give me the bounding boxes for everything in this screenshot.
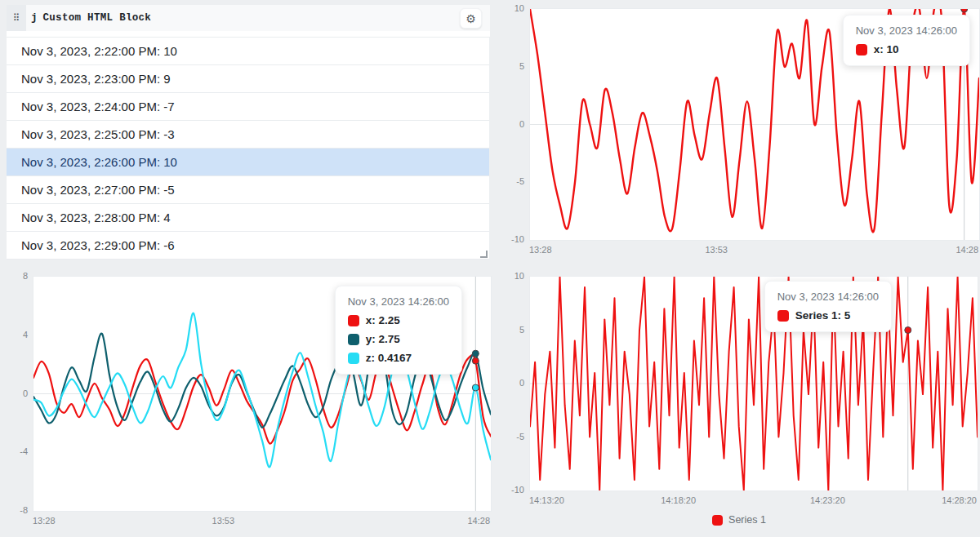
tooltip-value: z: 0.4167 — [366, 352, 412, 364]
y-tick-label: 4 — [23, 329, 28, 340]
hover-marker — [472, 350, 479, 357]
legend-label: Series 1 — [728, 514, 766, 526]
y-tick-label: 8 — [23, 270, 28, 282]
series-color-chip — [348, 334, 359, 345]
drag-handle-icon: ⠿ — [13, 12, 20, 24]
y-tick-label: -10 — [511, 233, 524, 245]
y-tick-label: 10 — [514, 2, 524, 14]
x-tick-label: 14:23:20 — [810, 495, 845, 506]
y-tick-label: -4 — [20, 446, 28, 457]
tooltip-value: y: 2.75 — [366, 333, 400, 345]
hover-marker — [472, 384, 479, 391]
x-tick-label: 14:18:20 — [661, 495, 696, 506]
tooltip-rows: x: 2.25y: 2.75z: 0.4167 — [348, 314, 449, 364]
widget-title-prefix: j — [31, 12, 38, 24]
tooltip-value: Series 1: 5 — [795, 309, 851, 322]
list-item[interactable]: Nov 3, 2023, 2:22:00 PM: 10 — [7, 38, 489, 65]
chart-legend[interactable]: Series 1 — [498, 514, 980, 526]
chart-canvas — [530, 277, 978, 490]
y-tick-label: 5 — [519, 60, 524, 72]
list-item[interactable]: Nov 3, 2023, 2:28:00 PM: 4 — [7, 204, 489, 232]
series-color-chip — [348, 315, 359, 326]
x-tick-label: 14:28 — [467, 515, 490, 526]
chart-tooltip: Nov 3, 2023 14:26:00 x: 2.25y: 2.75z: 0.… — [335, 286, 462, 375]
dashboard: ⠿ j Custom HTML Block ⚙ Nov 3, 2023, 2:2… — [0, 0, 980, 537]
list-item[interactable]: Nov 3, 2023, 2:27:00 PM: -5 — [7, 176, 489, 204]
y-tick-label: -5 — [516, 175, 524, 187]
hover-marker — [472, 357, 479, 364]
chart-tooltip: Nov 3, 2023 14:26:00 Series 1: 5 — [764, 281, 892, 332]
x-tick-label: 13:53 — [705, 244, 728, 255]
tooltip-timestamp: Nov 3, 2023 14:26:00 — [856, 24, 957, 37]
x-tick-label: 13:28 — [33, 515, 56, 526]
y-tick-label: 10 — [514, 270, 524, 282]
list-item[interactable]: Nov 3, 2023, 2:25:00 PM: -3 — [7, 121, 489, 149]
chart-tooltip: Nov 3, 2023 14:26:00 x: 10 — [843, 15, 970, 66]
list-item[interactable]: Nov 3, 2023, 2:23:00 PM: 9 — [7, 65, 489, 93]
widget-header: ⠿ j Custom HTML Block ⚙ — [7, 5, 490, 31]
x-tick-label: 14:28 — [956, 244, 978, 255]
x-tick-label: 13:28 — [529, 244, 552, 255]
y-tick-label: -8 — [20, 504, 28, 516]
y-tick-label: 0 — [519, 377, 524, 388]
list-item[interactable]: Nov 3, 2023, 2:29:00 PM: -6 — [7, 232, 489, 260]
tooltip-rows: Series 1: 5 — [777, 309, 879, 322]
list-item[interactable]: Nov 3, 2023, 2:24:00 PM: -7 — [7, 93, 489, 121]
custom-html-block-widget: ⠿ j Custom HTML Block ⚙ Nov 3, 2023, 2:2… — [7, 5, 490, 260]
tooltip-rows: x: 10 — [856, 43, 957, 55]
y-tick-label: -5 — [516, 431, 524, 442]
y-tick-label: 5 — [519, 324, 524, 335]
y-tick-label: 0 — [23, 388, 28, 399]
widget-title: Custom HTML Block — [43, 12, 152, 24]
hover-marker — [905, 327, 911, 334]
gear-icon: ⚙ — [466, 12, 476, 25]
tooltip-timestamp: Nov 3, 2023 14:26:00 — [348, 295, 449, 308]
tooltip-row: x: 10 — [856, 43, 957, 55]
series1-chart-widget: Nov 3, 2023 14:26:00 Series 1: 5 Series … — [498, 269, 980, 537]
tooltip-row: y: 2.75 — [348, 333, 449, 345]
tooltip-row: z: 0.4167 — [348, 352, 449, 364]
list-item[interactable]: Nov 3, 2023, 2:26:00 PM: 10 — [7, 149, 489, 176]
drag-handle[interactable]: ⠿ — [7, 5, 26, 31]
legend-color-chip — [712, 515, 723, 526]
widget-settings-button[interactable]: ⚙ — [460, 8, 482, 29]
hover-marker — [961, 9, 968, 12]
value-list: Nov 3, 2023, 2:22:00 PM: 10Nov 3, 2023, … — [7, 37, 490, 260]
tooltip-timestamp: Nov 3, 2023 14:26:00 — [777, 291, 879, 303]
series1-chart-plot-area[interactable] — [529, 276, 978, 491]
xyz-chart-widget: Nov 3, 2023 14:26:00 x: 2.25y: 2.75z: 0.… — [7, 269, 490, 529]
y-tick-label: -10 — [511, 484, 524, 495]
tooltip-row: Series 1: 5 — [777, 309, 879, 322]
resize-handle[interactable] — [480, 251, 488, 258]
x-chart-widget: Nov 3, 2023 14:26:00 x: 10 1050-5-1013:2… — [498, 0, 980, 260]
tooltip-value: x: 2.25 — [366, 314, 400, 326]
tooltip-row: x: 2.25 — [348, 314, 449, 326]
y-tick-label: 0 — [519, 118, 524, 130]
x-tick-label: 13:53 — [212, 515, 235, 526]
x-tick-label: 14:28:20 — [942, 495, 977, 506]
series-color-chip — [856, 44, 867, 55]
series-color-chip — [777, 310, 789, 322]
tooltip-value: x: 10 — [874, 43, 899, 55]
x-tick-label: 14:13:20 — [529, 495, 564, 506]
series-color-chip — [348, 353, 359, 364]
